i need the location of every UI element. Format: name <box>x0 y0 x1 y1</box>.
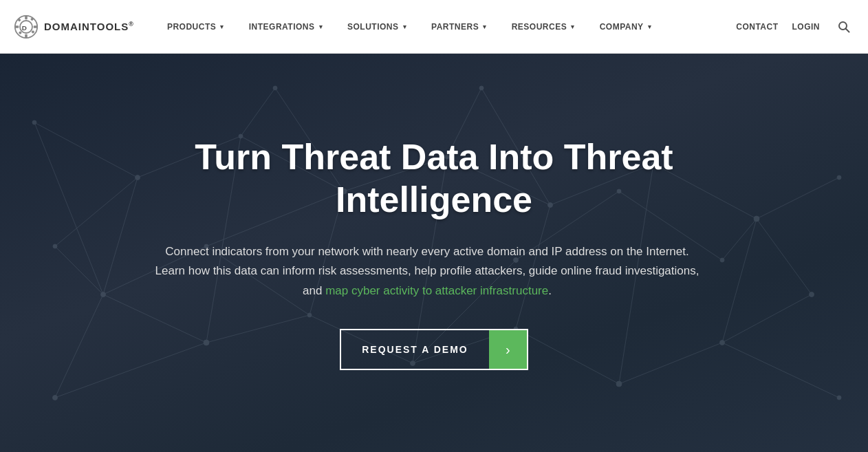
partners-dropdown-arrow: ▾ <box>483 23 487 30</box>
brand-logo-link[interactable]: D DOMAINTOOLS® <box>14 14 134 39</box>
company-dropdown-arrow: ▾ <box>648 23 652 30</box>
solutions-dropdown-arrow: ▾ <box>403 23 407 30</box>
svg-line-45 <box>757 219 812 294</box>
svg-line-12 <box>846 28 849 32</box>
navbar: D DOMAINTOOLS® PRODUCTS ▾ INTEGRATIONS ▾… <box>0 0 868 54</box>
svg-point-60 <box>754 216 759 222</box>
cta-wrapper: REQUEST A DEMO › <box>152 329 716 370</box>
nav-item-company[interactable]: COMPANY ▾ <box>587 0 664 54</box>
hero-subtitle-link[interactable]: map cyber activity to attacker infrastru… <box>325 284 548 297</box>
svg-point-53 <box>32 120 36 125</box>
svg-point-76 <box>273 86 277 90</box>
svg-line-21 <box>34 122 103 294</box>
request-demo-arrow-icon: › <box>489 330 527 369</box>
nav-item-integrations[interactable]: INTEGRATIONS ▾ <box>237 0 335 54</box>
nav-login[interactable]: LOGIN <box>792 22 821 32</box>
svg-line-13 <box>34 122 138 177</box>
hero-title: Turn Threat Data Into Threat Intelligenc… <box>152 136 716 222</box>
nav-item-resources[interactable]: RESOURCES ▾ <box>499 0 587 54</box>
request-demo-label: REQUEST A DEMO <box>341 330 489 369</box>
brand-name: DOMAINTOOLS® <box>44 21 134 32</box>
request-demo-button[interactable]: REQUEST A DEMO › <box>340 329 528 370</box>
svg-point-75 <box>810 292 814 297</box>
svg-text:D: D <box>22 23 27 31</box>
svg-rect-4 <box>15 25 19 28</box>
search-icon <box>838 21 850 33</box>
hero-content: Turn Threat Data Into Threat Intelligenc… <box>124 136 744 370</box>
svg-rect-2 <box>25 15 28 19</box>
svg-point-62 <box>101 292 106 297</box>
navbar-right: CONTACT LOGIN <box>736 17 854 37</box>
main-nav: PRODUCTS ▾ INTEGRATIONS ▾ SOLUTIONS ▾ PA… <box>155 0 736 54</box>
svg-point-69 <box>837 396 841 400</box>
nav-item-partners[interactable]: PARTNERS ▾ <box>419 0 499 54</box>
svg-rect-5 <box>34 25 37 28</box>
svg-line-51 <box>55 294 103 398</box>
svg-line-47 <box>241 88 275 136</box>
svg-point-67 <box>616 381 622 387</box>
nav-item-solutions[interactable]: SOLUTIONS ▾ <box>335 0 419 54</box>
svg-point-77 <box>479 86 484 90</box>
integrations-dropdown-arrow: ▾ <box>319 23 323 30</box>
hero-section: Turn Threat Data Into Threat Intelligenc… <box>0 54 868 452</box>
svg-line-20 <box>757 177 839 219</box>
hero-subtitle-text2: . <box>548 284 552 297</box>
resources-dropdown-arrow: ▾ <box>571 23 575 30</box>
products-dropdown-arrow: ▾ <box>220 23 224 30</box>
search-button[interactable] <box>834 17 854 37</box>
svg-point-74 <box>53 244 57 248</box>
svg-line-43 <box>55 246 103 294</box>
svg-point-61 <box>837 175 841 180</box>
svg-rect-3 <box>25 34 28 37</box>
nav-contact[interactable]: CONTACT <box>736 22 778 32</box>
nav-item-products[interactable]: PRODUCTS ▾ <box>155 0 237 54</box>
brand-logo-icon: D <box>14 14 39 39</box>
hero-subtitle: Connect indicators from your network wit… <box>152 242 702 302</box>
svg-point-78 <box>53 396 58 400</box>
